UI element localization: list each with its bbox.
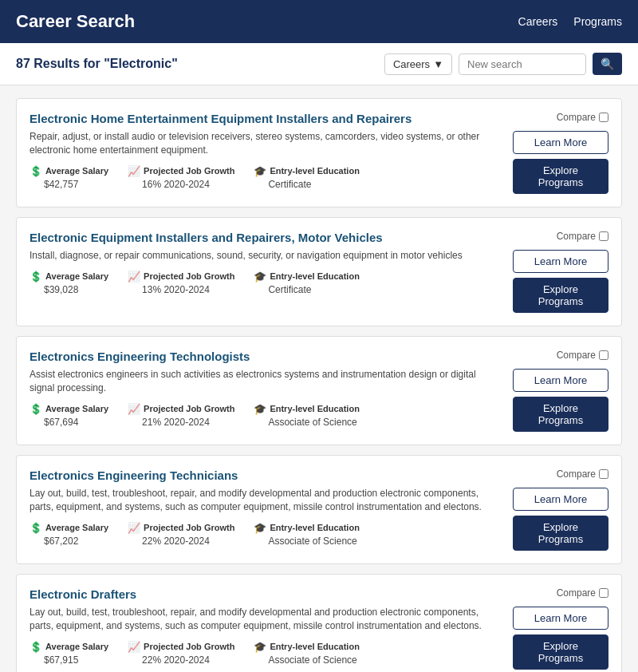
stat-education-1: 🎓 Entry-level Education Certificate	[254, 165, 359, 190]
growth-value-1: 16% 2020-2024	[128, 179, 234, 190]
growth-icon: 📈	[128, 271, 140, 283]
career-description-2: Install, diagnose, or repair communicati…	[30, 249, 492, 263]
career-stats-5: 💲 Average Salary $67,915 📈 Projected Job…	[30, 641, 492, 666]
card-left-2: Electronic Equipment Installers and Repa…	[30, 231, 492, 313]
career-card-3: Electronics Engineering Technologists As…	[16, 336, 622, 445]
salary-value-5: $67,915	[30, 654, 108, 666]
education-label-1: 🎓 Entry-level Education	[254, 165, 359, 177]
dollar-icon: 💲	[30, 271, 42, 283]
salary-label-4: 💲 Average Salary	[30, 522, 108, 534]
stat-education-3: 🎓 Entry-level Education Associate of Sci…	[254, 403, 359, 428]
compare-label-3: Compare	[557, 350, 596, 361]
card-right-4: Compare Learn More Explore Programs	[505, 468, 608, 551]
stat-education-5: 🎓 Entry-level Education Associate of Sci…	[254, 641, 359, 666]
career-title-3[interactable]: Electronics Engineering Technologists	[30, 350, 492, 363]
growth-label-4: 📈 Projected Job Growth	[128, 522, 234, 534]
card-left-3: Electronics Engineering Technologists As…	[30, 350, 492, 432]
explore-programs-button-5[interactable]: Explore Programs	[513, 634, 608, 670]
growth-icon: 📈	[128, 165, 140, 177]
learn-more-button-5[interactable]: Learn More	[513, 607, 608, 630]
learn-more-button-4[interactable]: Learn More	[513, 488, 608, 511]
learn-more-button-1[interactable]: Learn More	[513, 131, 608, 154]
education-label-2: 🎓 Entry-level Education	[254, 271, 359, 283]
search-input[interactable]	[459, 53, 586, 75]
career-title-5[interactable]: Electronic Drafters	[30, 587, 492, 601]
growth-value-4: 22% 2020-2024	[128, 536, 234, 547]
career-stats-4: 💲 Average Salary $67,202 📈 Projected Job…	[30, 522, 492, 547]
growth-icon: 📈	[128, 403, 140, 415]
compare-checkbox-1[interactable]	[599, 113, 608, 122]
compare-row-4: Compare	[557, 468, 608, 480]
explore-programs-button-2[interactable]: Explore Programs	[513, 278, 608, 313]
stat-growth-3: 📈 Projected Job Growth 21% 2020-2024	[128, 403, 234, 428]
search-icon: 🔍	[601, 57, 614, 70]
careers-dropdown[interactable]: Careers ▼	[384, 53, 452, 75]
compare-checkbox-2[interactable]	[599, 231, 608, 241]
search-bar-area: 87 Results for "Electronic" Careers ▼ 🔍	[0, 43, 638, 85]
growth-value-2: 13% 2020-2024	[128, 284, 234, 295]
growth-label-3: 📈 Projected Job Growth	[128, 403, 234, 415]
nav-programs[interactable]: Programs	[573, 15, 622, 28]
stat-growth-4: 📈 Projected Job Growth 22% 2020-2024	[128, 522, 234, 547]
page-title: Career Search	[16, 11, 135, 32]
compare-row-2: Compare	[557, 231, 608, 242]
salary-value-4: $67,202	[30, 536, 108, 547]
career-card-4: Electronics Engineering Technicians Lay …	[16, 455, 622, 564]
explore-programs-button-4[interactable]: Explore Programs	[513, 516, 608, 551]
dollar-icon: 💲	[30, 403, 42, 415]
career-card-5: Electronic Drafters Lay out, build, test…	[16, 574, 622, 672]
career-description-5: Lay out, build, test, troubleshoot, repa…	[30, 606, 492, 633]
card-left-4: Electronics Engineering Technicians Lay …	[30, 468, 492, 551]
compare-label-4: Compare	[557, 468, 596, 480]
career-title-2[interactable]: Electronic Equipment Installers and Repa…	[30, 231, 492, 244]
card-right-1: Compare Learn More Explore Programs	[505, 112, 608, 194]
education-label-4: 🎓 Entry-level Education	[254, 522, 359, 534]
explore-programs-button-3[interactable]: Explore Programs	[513, 397, 608, 432]
education-value-2: Certificate	[254, 284, 359, 295]
learn-more-button-3[interactable]: Learn More	[513, 369, 608, 392]
header-nav: Careers Programs	[518, 15, 622, 28]
dollar-icon: 💲	[30, 165, 42, 177]
career-card-2: Electronic Equipment Installers and Repa…	[16, 217, 622, 326]
growth-label-5: 📈 Projected Job Growth	[128, 641, 234, 653]
compare-row-5: Compare	[557, 587, 608, 599]
main-content: Electronic Home Entertainment Equipment …	[0, 85, 638, 672]
stat-education-2: 🎓 Entry-level Education Certificate	[254, 271, 359, 295]
compare-row-3: Compare	[557, 350, 608, 361]
education-value-3: Associate of Science	[254, 417, 359, 428]
explore-programs-button-1[interactable]: Explore Programs	[513, 159, 608, 194]
stat-salary-2: 💲 Average Salary $39,028	[30, 271, 108, 295]
growth-label-2: 📈 Projected Job Growth	[128, 271, 234, 283]
card-left-1: Electronic Home Entertainment Equipment …	[30, 112, 492, 194]
card-right-5: Compare Learn More Explore Programs	[505, 587, 608, 670]
stat-education-4: 🎓 Entry-level Education Associate of Sci…	[254, 522, 359, 547]
education-label-5: 🎓 Entry-level Education	[254, 641, 359, 653]
compare-checkbox-5[interactable]	[599, 588, 608, 598]
growth-value-3: 21% 2020-2024	[128, 417, 234, 428]
education-label-3: 🎓 Entry-level Education	[254, 403, 359, 415]
growth-value-5: 22% 2020-2024	[128, 654, 234, 666]
graduation-icon: 🎓	[254, 165, 266, 177]
learn-more-button-2[interactable]: Learn More	[513, 250, 608, 273]
career-title-1[interactable]: Electronic Home Entertainment Equipment …	[30, 112, 492, 125]
salary-label-2: 💲 Average Salary	[30, 271, 108, 283]
salary-label-1: 💲 Average Salary	[30, 165, 108, 177]
graduation-icon: 🎓	[254, 271, 266, 283]
card-left-5: Electronic Drafters Lay out, build, test…	[30, 587, 492, 670]
compare-checkbox-4[interactable]	[599, 469, 608, 479]
nav-careers[interactable]: Careers	[518, 15, 558, 28]
card-right-2: Compare Learn More Explore Programs	[505, 231, 608, 313]
stat-salary-5: 💲 Average Salary $67,915	[30, 641, 108, 666]
growth-icon: 📈	[128, 522, 140, 534]
search-button[interactable]: 🔍	[593, 53, 622, 75]
stat-salary-3: 💲 Average Salary $67,694	[30, 403, 108, 428]
career-stats-2: 💲 Average Salary $39,028 📈 Projected Job…	[30, 271, 492, 295]
stat-salary-4: 💲 Average Salary $67,202	[30, 522, 108, 547]
compare-row-1: Compare	[557, 112, 608, 123]
graduation-icon: 🎓	[254, 403, 266, 415]
career-title-4[interactable]: Electronics Engineering Technicians	[30, 468, 492, 482]
career-description-3: Assist electronics engineers in such act…	[30, 368, 492, 395]
compare-checkbox-3[interactable]	[599, 350, 608, 360]
education-value-1: Certificate	[254, 179, 359, 190]
stat-growth-5: 📈 Projected Job Growth 22% 2020-2024	[128, 641, 234, 666]
